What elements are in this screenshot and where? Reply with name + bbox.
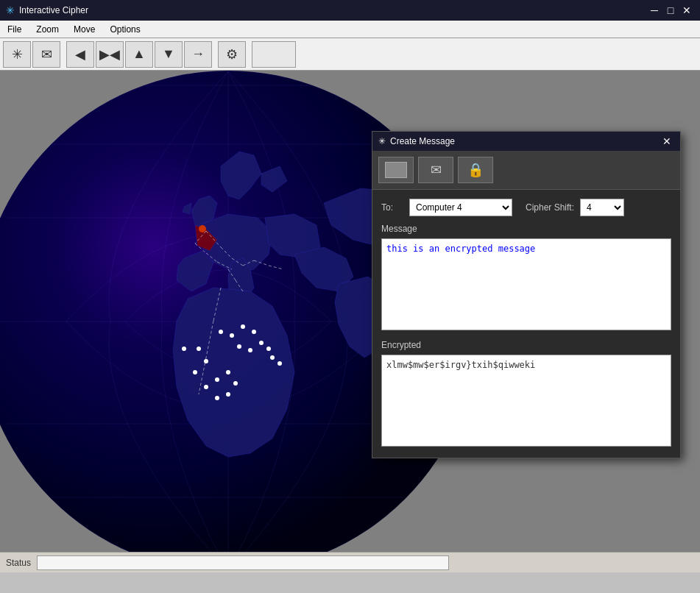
dialog-toolbar: ✉ 🔒	[372, 151, 680, 190]
encrypted-label: Encrypted	[381, 340, 671, 350]
menu-file[interactable]: File	[0, 21, 29, 38]
title-bar-left: ✳ Interactive Cipher	[6, 4, 88, 16]
svg-point-41	[215, 377, 219, 382]
placeholder-button[interactable]	[252, 41, 296, 68]
status-label: Status	[6, 558, 31, 568]
svg-point-26	[182, 347, 186, 351]
svg-point-28	[219, 330, 223, 334]
dialog-title-left: ✳ Create Message	[378, 136, 455, 146]
app-icon: ✳	[6, 4, 15, 16]
main-content: ✳ Create Message ✕ ✉ 🔒 To: Computer 1 Co…	[0, 71, 700, 572]
app-title: Interactive Cipher	[19, 5, 88, 15]
svg-point-46	[456, 506, 461, 511]
maximize-button[interactable]: □	[663, 3, 678, 18]
svg-point-34	[259, 341, 264, 345]
forward-button[interactable]: →	[184, 41, 212, 68]
message-textarea[interactable]: this is an encrypted message	[381, 238, 671, 330]
message-button[interactable]: ✉	[32, 41, 60, 68]
menu-options[interactable]: Options	[102, 21, 147, 38]
to-label: To:	[381, 202, 403, 213]
encrypted-textarea[interactable]: xlmw$mw$er$irgv}txih$qiwweki	[381, 355, 671, 447]
to-row: To: Computer 1 Computer 2 Computer 3 Com…	[381, 199, 671, 216]
create-message-dialog: ✳ Create Message ✕ ✉ 🔒 To: Computer 1 Co…	[372, 131, 681, 458]
svg-point-45	[215, 396, 219, 400]
left-button[interactable]: ◀	[66, 41, 94, 68]
down-button[interactable]: ▼	[155, 41, 183, 68]
svg-point-29	[230, 333, 234, 338]
flip-button[interactable]: ▶◀	[96, 41, 124, 68]
status-bar: Status	[0, 552, 700, 572]
title-bar: ✳ Interactive Cipher ─ □ ✕	[0, 0, 700, 21]
svg-point-39	[193, 370, 197, 374]
svg-point-32	[237, 344, 241, 349]
dialog-title-bar: ✳ Create Message ✕	[372, 132, 680, 151]
cipher-shift-select[interactable]: 1 2 3 4 5 6 7 8 9 10	[580, 199, 624, 216]
dialog-icon: ✳	[378, 136, 386, 146]
home-button[interactable]: ✳	[3, 41, 31, 68]
network-button[interactable]: ⚙	[218, 41, 246, 68]
dialog-title: Create Message	[390, 136, 455, 146]
to-select[interactable]: Computer 1 Computer 2 Computer 3 Compute…	[409, 199, 512, 216]
svg-line-24	[449, 494, 464, 505]
svg-point-40	[226, 370, 230, 374]
svg-point-31	[252, 330, 256, 334]
status-input[interactable]	[37, 555, 449, 570]
title-bar-controls: ─ □ ✕	[647, 3, 694, 18]
up-button[interactable]: ▲	[125, 41, 153, 68]
toolbar: ✳ ✉ ◀ ▶◀ ▲ ▼ → ⚙	[0, 38, 700, 71]
svg-point-42	[233, 381, 238, 386]
dialog-close-button[interactable]: ✕	[660, 134, 674, 149]
menu-move[interactable]: Move	[66, 21, 102, 38]
svg-point-30	[241, 324, 245, 329]
menu-bar: File Zoom Move Options	[0, 21, 700, 38]
svg-point-43	[204, 385, 208, 389]
svg-point-38	[204, 359, 208, 363]
minimize-button[interactable]: ─	[647, 3, 662, 18]
svg-point-35	[266, 347, 271, 351]
svg-point-33	[248, 348, 252, 352]
dialog-body: To: Computer 1 Computer 2 Computer 3 Com…	[372, 190, 680, 458]
menu-zoom[interactable]: Zoom	[29, 21, 66, 38]
close-button[interactable]: ✕	[679, 3, 694, 18]
cipher-shift-label: Cipher Shift:	[526, 202, 574, 213]
dialog-lock-button[interactable]: 🔒	[458, 157, 493, 183]
svg-point-25	[199, 225, 206, 232]
svg-point-37	[277, 361, 282, 366]
message-label: Message	[381, 224, 671, 234]
dialog-send-button[interactable]: ✉	[418, 157, 453, 183]
dialog-blank-button[interactable]	[378, 157, 414, 183]
svg-point-36	[270, 355, 275, 360]
svg-point-27	[197, 347, 201, 351]
svg-point-44	[226, 392, 230, 397]
